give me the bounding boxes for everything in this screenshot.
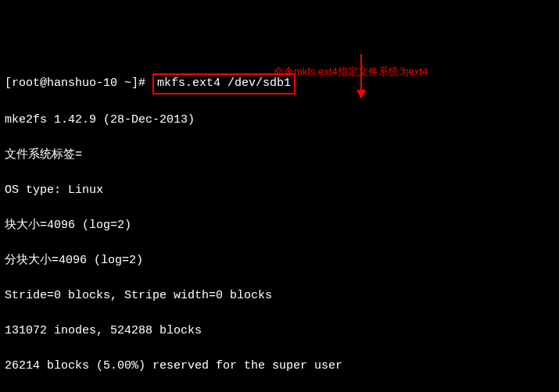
output-line: OS type: Linux <box>5 182 554 200</box>
output-line: 分块大小=4096 (log=2) <box>5 252 554 270</box>
output-line: Stride=0 blocks, Stripe width=0 blocks <box>5 287 554 305</box>
output-line: 131072 inodes, 524288 blocks <box>5 323 554 340</box>
output-line: 块大小=4096 (log=2) <box>5 217 554 235</box>
output-line: 26214 blocks (5.00%) reserved for the su… <box>5 358 554 376</box>
command-text: mkfs.ext4 /dev/sdb1 <box>157 77 291 90</box>
output-line: mke2fs 1.42.9 (28-Dec-2013) <box>5 112 554 130</box>
shell-prompt: [root@hanshuo-10 ~]# <box>5 77 152 90</box>
output-line: 文件系统标签= <box>5 147 554 165</box>
annotation-text: 命令mkfs.ext4指定文件系统为ext4 <box>274 64 428 80</box>
